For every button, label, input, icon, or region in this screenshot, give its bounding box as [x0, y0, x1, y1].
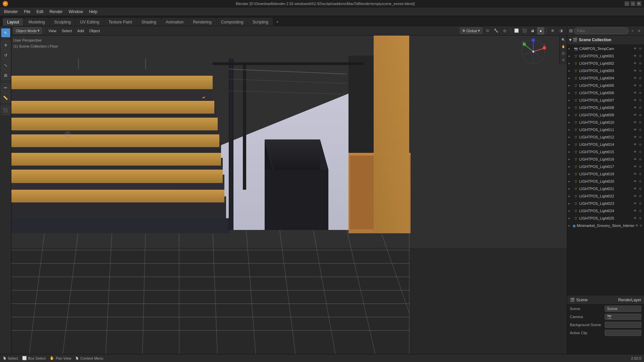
outliner-item[interactable]: ▸ ▽ LIGHTPOS_Light007 👁 ⊙ [567, 97, 644, 104]
tool-move[interactable]: ✛ [1, 41, 10, 50]
item-expand[interactable]: ▸ [569, 135, 573, 139]
viewport-zoom-in[interactable]: 🔍 [560, 37, 567, 43]
outliner-item[interactable]: ▸ ▽ LIGHTPOS_Light001 👁 ⊙ [567, 52, 644, 60]
viewport-grid-tool[interactable]: ⊞ [560, 57, 567, 63]
item-visibility-btn[interactable]: 👁 [633, 164, 637, 169]
outliner-item[interactable]: ▸ ▽ LIGHTPOS_Light005 👁 ⊙ [567, 82, 644, 89]
item-lock-btn[interactable]: ⊙ [638, 208, 643, 213]
item-expand[interactable]: ▸ [569, 209, 573, 213]
solid-mode-btn[interactable]: ⬛ [521, 27, 528, 35]
outliner-item[interactable]: ▸ ▽ LIGHTPOS_Light016 👁 ⊙ [567, 156, 644, 163]
tool-rotate[interactable]: ↺ [1, 51, 10, 60]
item-lock-btn[interactable]: ⊙ [638, 120, 643, 125]
item-expand[interactable]: ▸ [569, 172, 573, 176]
minimize-button[interactable]: ─ [625, 1, 629, 6]
item-visibility-btn[interactable]: 👁 [633, 127, 637, 132]
outliner-item[interactable]: ▸ ▽ LIGHTPOS_Light024 👁 ⊙ [567, 207, 644, 215]
item-visibility-btn[interactable]: 👁 [633, 142, 637, 147]
collection-expand-arrow[interactable]: ▾ [569, 38, 571, 42]
item-lock-btn[interactable]: ⊙ [638, 90, 643, 95]
item-lock-btn[interactable]: ⊙ [638, 113, 643, 117]
item-lock-btn[interactable]: ⊙ [638, 164, 643, 169]
viewport-pan-tool[interactable]: ✋ [560, 44, 567, 50]
outliner-item[interactable]: ▸ ▽ LIGHTPOS_Light008 👁 ⊙ [567, 104, 644, 111]
menu-file[interactable]: File [21, 9, 33, 15]
overlay-toggle[interactable]: ⊕ [549, 27, 556, 35]
tab-texture-paint[interactable]: Texture Paint [104, 18, 137, 26]
menu-render[interactable]: Render [47, 9, 65, 15]
item-visibility-btn[interactable]: 👁 [635, 223, 638, 228]
item-expand[interactable]: ▸ [569, 54, 573, 58]
snap-icon[interactable]: 🔧 [492, 27, 500, 35]
outliner-search[interactable] [574, 27, 629, 34]
item-expand[interactable]: ▸ [569, 224, 572, 227]
item-visibility-btn[interactable]: 👁 [633, 76, 637, 80]
item-lock-btn[interactable]: ⊙ [638, 83, 643, 88]
tab-modeling[interactable]: Modeling [24, 18, 49, 26]
item-expand[interactable]: ▸ [569, 62, 573, 65]
sync-icon[interactable]: ⊕ [637, 28, 642, 34]
item-lock-btn[interactable]: ⊙ [638, 216, 643, 221]
item-expand[interactable]: ▸ [569, 121, 573, 124]
item-lock-btn[interactable]: ⊙ [638, 186, 643, 191]
tool-annotate[interactable]: ✏ [1, 83, 10, 93]
bg-scene-value[interactable] [605, 322, 641, 328]
menu-window[interactable]: Window [66, 9, 86, 15]
maximize-button[interactable]: □ [631, 1, 635, 6]
outliner-item[interactable]: ▸ ▽ LIGHTPOS_Light015 👁 ⊙ [567, 148, 644, 156]
item-visibility-btn[interactable]: 👁 [633, 90, 637, 95]
tab-rendering[interactable]: Rendering [189, 18, 216, 26]
outliner-item[interactable]: ▸ ▽ LIGHTPOS_Light017 👁 ⊙ [567, 163, 644, 170]
outliner-item[interactable]: ▸ ▽ LIGHTPOS_Light006 👁 ⊙ [567, 89, 644, 97]
active-clip-value[interactable] [605, 330, 641, 336]
item-visibility-btn[interactable]: 👁 [633, 61, 637, 66]
menu-help[interactable]: Help [86, 9, 100, 15]
outliner-item[interactable]: ▸ ▽ LIGHTPOS_Light023 👁 ⊙ [567, 200, 644, 207]
item-visibility-btn[interactable]: 👁 [633, 216, 637, 221]
outliner-item[interactable]: ▸ ▽ LIGHTPOS_Light009 👁 ⊙ [567, 111, 644, 119]
proportional-edit-icon[interactable]: ◎ [501, 27, 508, 35]
outliner-item[interactable]: ▸ ▽ LIGHTPOS_Light021 👁 ⊙ [567, 185, 644, 192]
item-expand[interactable]: ▸ [569, 69, 573, 72]
item-lock-btn[interactable]: ⊙ [638, 54, 643, 58]
item-lock-btn[interactable]: ⊙ [638, 61, 643, 66]
item-expand[interactable]: ▸ [569, 180, 573, 183]
item-expand[interactable]: ▸ [569, 47, 573, 50]
item-lock-btn[interactable]: ⊙ [638, 149, 643, 154]
close-button[interactable]: ✕ [637, 1, 641, 6]
item-visibility-btn[interactable]: 👁 [633, 113, 637, 117]
tab-add-button[interactable]: + [273, 18, 281, 26]
outliner-item[interactable]: ▸ ▽ LIGHTPOS_Light004 👁 ⊙ [567, 74, 644, 82]
item-expand[interactable]: ▸ [569, 84, 573, 87]
xray-toggle[interactable]: ◑ [557, 27, 565, 35]
item-lock-btn[interactable]: ⊙ [638, 179, 643, 184]
outliner-item[interactable]: ▸ ▽ LIGHTPOS_Light019 👁 ⊙ [567, 170, 644, 178]
tool-measure[interactable]: 📏 [1, 93, 10, 103]
vp-select-menu[interactable]: Select [60, 28, 74, 34]
scene-canvas[interactable] [11, 36, 567, 362]
item-visibility-btn[interactable]: 👁 [633, 201, 637, 206]
item-expand[interactable]: ▸ [569, 150, 573, 154]
item-visibility-btn[interactable]: 👁 [633, 208, 637, 213]
item-lock-btn[interactable]: ⊙ [638, 98, 643, 103]
item-visibility-btn[interactable]: 👁 [633, 120, 637, 125]
tab-sculpting[interactable]: Sculpting [50, 18, 75, 26]
viewport-gizmo[interactable]: X Y Z [520, 38, 547, 65]
filter-icon[interactable]: ≡ [630, 28, 635, 34]
item-expand[interactable]: ▸ [569, 143, 573, 146]
item-lock-btn[interactable]: ⊙ [638, 46, 643, 51]
tab-layout[interactable]: Layout [3, 18, 23, 26]
item-visibility-btn[interactable]: 👁 [633, 46, 637, 51]
item-expand[interactable]: ▸ [569, 76, 573, 80]
tab-scripting[interactable]: Scripting [248, 18, 273, 26]
tool-add-cube[interactable]: ⬛ [1, 106, 10, 115]
scene-name-value[interactable]: Scene [605, 306, 641, 312]
tab-shading[interactable]: Shading [137, 18, 161, 26]
item-visibility-btn[interactable]: 👁 [633, 194, 637, 198]
item-expand[interactable]: ▸ [569, 187, 573, 190]
item-expand[interactable]: ▸ [569, 194, 573, 198]
camera-value[interactable]: 📷 [605, 314, 641, 320]
item-expand[interactable]: ▸ [569, 158, 573, 161]
item-visibility-btn[interactable]: 👁 [633, 179, 637, 184]
vp-add-menu[interactable]: Add [75, 28, 86, 34]
